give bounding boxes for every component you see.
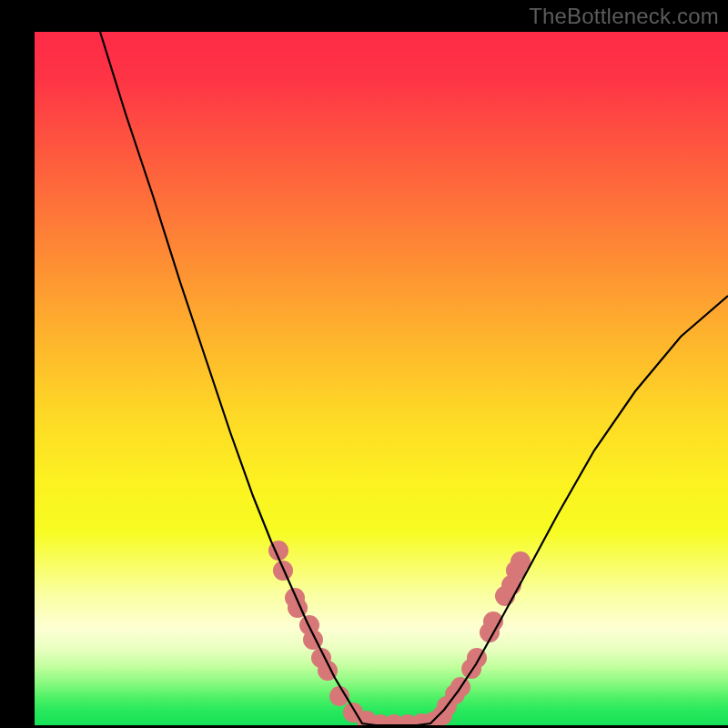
watermark-text: TheBottleneck.com (529, 4, 719, 29)
dot-cluster (268, 541, 531, 725)
chart-frame: TheBottleneck.com (0, 0, 728, 728)
bottleneck-curve (100, 32, 728, 725)
data-point-marker (273, 561, 293, 581)
curve-svg (35, 32, 728, 725)
plot-area (35, 32, 728, 725)
